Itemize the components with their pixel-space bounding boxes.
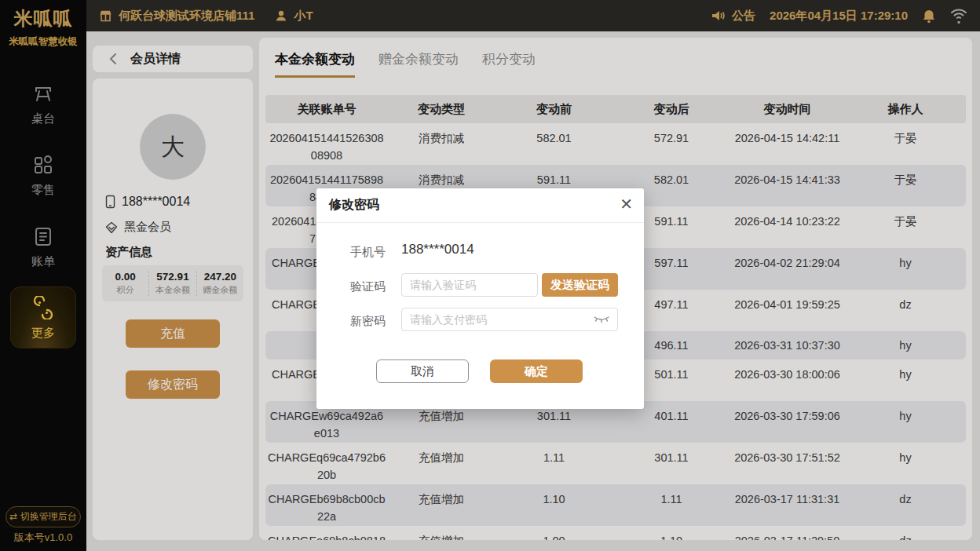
code-label: 验证码 [316,279,386,294]
modal-title: 修改密码 [329,197,379,213]
phone-value: 188****0014 [401,242,474,257]
cancel-button[interactable]: 取消 [376,359,469,383]
phone-label: 手机号 [316,245,386,260]
change-password-modal: 修改密码 ✕ 手机号 188****0014 验证码 发送验证码 新密码 取消 … [316,188,644,409]
new-password-label: 新密码 [316,314,386,329]
eye-closed-icon[interactable] [593,315,610,324]
send-code-button[interactable]: 发送验证码 [542,273,618,297]
confirm-button[interactable]: 确定 [490,359,583,383]
new-password-input[interactable] [401,308,618,331]
modal-header: 修改密码 [316,188,644,223]
code-input[interactable] [401,273,538,297]
close-icon[interactable]: ✕ [620,196,633,212]
